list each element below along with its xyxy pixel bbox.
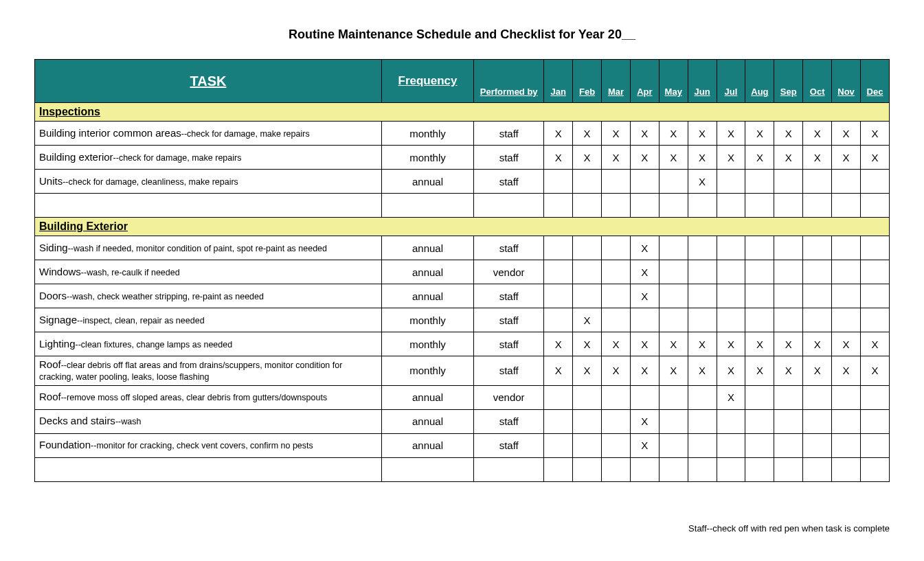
month-cell[interactable]	[803, 284, 832, 308]
month-cell[interactable]	[717, 170, 745, 194]
month-cell[interactable]	[745, 260, 774, 284]
month-cell[interactable]	[745, 308, 774, 332]
month-cell[interactable]	[832, 170, 861, 194]
month-cell[interactable]	[832, 385, 861, 409]
month-cell[interactable]	[861, 170, 890, 194]
month-cell[interactable]: X	[745, 122, 774, 146]
month-cell[interactable]	[774, 308, 803, 332]
month-cell[interactable]	[630, 170, 659, 194]
month-cell[interactable]	[861, 433, 890, 457]
month-cell[interactable]: X	[544, 356, 573, 386]
month-cell[interactable]: X	[717, 122, 745, 146]
month-cell[interactable]: X	[630, 260, 659, 284]
month-cell[interactable]: X	[688, 332, 717, 356]
month-cell[interactable]: X	[861, 146, 890, 170]
month-cell[interactable]: X	[745, 332, 774, 356]
month-cell[interactable]	[803, 170, 832, 194]
month-cell[interactable]: X	[602, 146, 631, 170]
month-cell[interactable]: X	[573, 308, 602, 332]
month-cell[interactable]: X	[659, 332, 688, 356]
month-cell[interactable]	[745, 385, 774, 409]
month-cell[interactable]	[861, 308, 890, 332]
month-cell[interactable]	[544, 260, 573, 284]
month-cell[interactable]	[803, 385, 832, 409]
month-cell[interactable]	[832, 236, 861, 260]
month-cell[interactable]	[717, 236, 745, 260]
month-cell[interactable]: X	[745, 356, 774, 386]
month-cell[interactable]: X	[803, 356, 832, 386]
month-cell[interactable]	[659, 409, 688, 433]
month-cell[interactable]	[717, 409, 745, 433]
month-cell[interactable]: X	[659, 356, 688, 386]
month-cell[interactable]: X	[630, 356, 659, 386]
month-cell[interactable]: X	[803, 332, 832, 356]
month-cell[interactable]	[717, 284, 745, 308]
month-cell[interactable]	[774, 284, 803, 308]
month-cell[interactable]: X	[630, 122, 659, 146]
month-cell[interactable]: X	[659, 146, 688, 170]
month-cell[interactable]: X	[688, 356, 717, 386]
month-cell[interactable]	[803, 433, 832, 457]
month-cell[interactable]	[861, 260, 890, 284]
month-cell[interactable]	[688, 236, 717, 260]
month-cell[interactable]: X	[717, 146, 745, 170]
month-cell[interactable]: X	[803, 146, 832, 170]
month-cell[interactable]: X	[573, 356, 602, 386]
month-cell[interactable]: X	[803, 122, 832, 146]
month-cell[interactable]	[688, 409, 717, 433]
month-cell[interactable]	[717, 433, 745, 457]
month-cell[interactable]	[745, 433, 774, 457]
month-cell[interactable]	[602, 236, 631, 260]
month-cell[interactable]	[573, 260, 602, 284]
month-cell[interactable]: X	[717, 356, 745, 386]
month-cell[interactable]: X	[573, 146, 602, 170]
month-cell[interactable]	[602, 433, 631, 457]
month-cell[interactable]	[774, 236, 803, 260]
month-cell[interactable]: X	[630, 146, 659, 170]
month-cell[interactable]: X	[544, 332, 573, 356]
month-cell[interactable]	[717, 260, 745, 284]
month-cell[interactable]	[774, 433, 803, 457]
month-cell[interactable]	[803, 308, 832, 332]
month-cell[interactable]: X	[630, 332, 659, 356]
month-cell[interactable]: X	[630, 433, 659, 457]
month-cell[interactable]	[717, 308, 745, 332]
month-cell[interactable]: X	[832, 122, 861, 146]
month-cell[interactable]: X	[832, 356, 861, 386]
month-cell[interactable]	[832, 308, 861, 332]
month-cell[interactable]: X	[688, 170, 717, 194]
month-cell[interactable]	[544, 236, 573, 260]
month-cell[interactable]	[745, 236, 774, 260]
month-cell[interactable]	[659, 170, 688, 194]
month-cell[interactable]	[745, 284, 774, 308]
month-cell[interactable]	[803, 409, 832, 433]
month-cell[interactable]: X	[630, 284, 659, 308]
month-cell[interactable]	[602, 170, 631, 194]
month-cell[interactable]	[573, 284, 602, 308]
month-cell[interactable]	[688, 284, 717, 308]
month-cell[interactable]	[602, 308, 631, 332]
month-cell[interactable]	[803, 260, 832, 284]
month-cell[interactable]	[573, 236, 602, 260]
month-cell[interactable]: X	[774, 332, 803, 356]
month-cell[interactable]	[745, 409, 774, 433]
month-cell[interactable]: X	[659, 122, 688, 146]
month-cell[interactable]: X	[573, 122, 602, 146]
month-cell[interactable]: X	[544, 122, 573, 146]
month-cell[interactable]	[630, 385, 659, 409]
month-cell[interactable]	[774, 385, 803, 409]
month-cell[interactable]	[832, 433, 861, 457]
month-cell[interactable]	[544, 284, 573, 308]
month-cell[interactable]: X	[717, 385, 745, 409]
month-cell[interactable]	[861, 236, 890, 260]
month-cell[interactable]	[861, 284, 890, 308]
month-cell[interactable]: X	[717, 332, 745, 356]
month-cell[interactable]: X	[688, 122, 717, 146]
month-cell[interactable]	[602, 409, 631, 433]
month-cell[interactable]: X	[630, 236, 659, 260]
month-cell[interactable]	[544, 308, 573, 332]
month-cell[interactable]	[688, 308, 717, 332]
month-cell[interactable]: X	[832, 146, 861, 170]
month-cell[interactable]	[544, 433, 573, 457]
month-cell[interactable]: X	[832, 332, 861, 356]
